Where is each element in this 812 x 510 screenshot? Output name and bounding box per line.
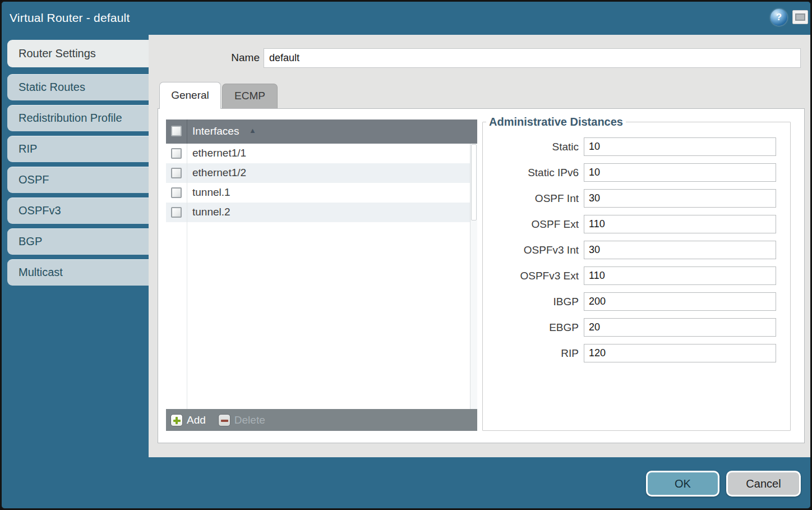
ebgp-label: EBGP: [483, 321, 584, 334]
table-row[interactable]: ethernet1/1: [166, 144, 477, 163]
sort-ascending-icon: ▲: [249, 126, 256, 135]
ospfv3-ext-label: OSPFv3 Ext: [483, 270, 584, 282]
ibgp-label: IBGP: [483, 296, 584, 308]
tab-general[interactable]: General: [159, 82, 221, 109]
sidebar-item-bgp[interactable]: BGP: [7, 228, 149, 255]
interfaces-table-footer: Add Delete: [166, 409, 477, 431]
dialog-title: Virtual Router - default: [10, 11, 130, 25]
admin-distance-row: Static: [483, 137, 790, 156]
row-checkbox[interactable]: [171, 148, 182, 159]
ospf-int-label: OSPF Int: [483, 192, 584, 205]
sidebar-item-ospfv3[interactable]: OSPFv3: [7, 197, 149, 224]
interface-name: ethernet1/2: [192, 167, 246, 179]
row-checkbox[interactable]: [171, 207, 182, 218]
administrative-distances-group: Administrative Distances Static Static I…: [482, 116, 791, 431]
sidebar-item-static-routes[interactable]: Static Routes: [7, 74, 149, 100]
sidebar-item-ospf[interactable]: OSPF: [7, 167, 149, 193]
maximize-icon-glyph: [795, 13, 805, 21]
ospfv3-ext-input[interactable]: [584, 267, 776, 285]
column-separator: [187, 144, 187, 409]
table-row[interactable]: tunnel.2: [166, 203, 477, 222]
scrollbar-thumb[interactable]: [471, 144, 477, 220]
admin-distance-row: RIP: [483, 344, 790, 362]
interfaces-table-body: ethernet1/1 ethernet1/2 tunnel.1 tunnel.…: [166, 144, 477, 409]
ibgp-input[interactable]: [584, 292, 776, 311]
rip-input[interactable]: [584, 344, 776, 362]
admin-distance-row: OSPF Int: [483, 189, 790, 208]
sidebar-item-router-settings[interactable]: Router Settings: [7, 40, 149, 67]
static-ipv6-input[interactable]: [584, 163, 776, 182]
sidebar-item-redistribution-profile[interactable]: Redistribution Profile: [7, 105, 149, 131]
table-row[interactable]: tunnel.1: [166, 183, 477, 203]
row-checkbox[interactable]: [171, 187, 182, 198]
virtual-router-dialog: Virtual Router - default ? Router Settin…: [0, 0, 812, 510]
admin-distance-row: Static IPv6: [483, 163, 790, 182]
administrative-distances-legend: Administrative Distances: [486, 116, 626, 128]
delete-button[interactable]: Delete: [218, 414, 265, 426]
rip-label: RIP: [483, 347, 584, 360]
name-label: Name: [198, 52, 260, 64]
static-ipv6-label: Static IPv6: [483, 167, 584, 179]
ospfv3-int-input[interactable]: [584, 241, 776, 259]
titlebar: Virtual Router - default ?: [2, 2, 810, 35]
table-scrollbar[interactable]: [470, 144, 477, 409]
admin-distance-row: OSPF Ext: [483, 215, 790, 233]
add-plus-icon: [170, 414, 183, 426]
static-input[interactable]: [584, 137, 776, 156]
cancel-button[interactable]: Cancel: [726, 471, 801, 497]
row-checkbox[interactable]: [171, 168, 182, 178]
ospf-ext-input[interactable]: [584, 215, 776, 233]
interface-name: ethernet1/1: [192, 147, 246, 159]
delete-button-label: Delete: [234, 414, 265, 426]
admin-distance-row: OSPFv3 Ext: [483, 267, 790, 285]
ospf-int-input[interactable]: [584, 189, 776, 208]
tab-ecmp[interactable]: ECMP: [222, 84, 278, 108]
ok-button[interactable]: OK: [646, 471, 719, 497]
sidebar-item-rip[interactable]: RIP: [7, 136, 149, 162]
ospf-ext-label: OSPF Ext: [483, 218, 584, 231]
interface-name: tunnel.2: [192, 206, 230, 218]
admin-distance-row: IBGP: [483, 292, 790, 311]
interface-name: tunnel.1: [192, 186, 230, 199]
interfaces-table: Interfaces ▲ ethernet1/1 ethernet1/2 tun…: [166, 120, 477, 431]
interfaces-column-header: Interfaces: [192, 125, 239, 137]
admin-distance-row: OSPFv3 Int: [483, 241, 790, 259]
table-row[interactable]: ethernet1/2: [166, 163, 477, 183]
delete-minus-icon: [218, 414, 230, 426]
add-button[interactable]: Add: [170, 414, 206, 426]
maximize-icon[interactable]: [792, 10, 808, 24]
ospfv3-int-label: OSPFv3 Int: [483, 244, 584, 256]
select-all-checkbox[interactable]: [171, 126, 182, 136]
static-label: Static: [483, 141, 584, 153]
column-separator: [187, 120, 187, 144]
admin-distance-row: EBGP: [483, 318, 790, 337]
interfaces-table-header[interactable]: Interfaces ▲: [166, 120, 477, 144]
ebgp-input[interactable]: [584, 318, 776, 337]
name-input[interactable]: [264, 48, 801, 68]
sidebar-item-multicast[interactable]: Multicast: [7, 259, 149, 286]
add-button-label: Add: [187, 414, 206, 426]
help-icon[interactable]: ?: [771, 9, 787, 26]
